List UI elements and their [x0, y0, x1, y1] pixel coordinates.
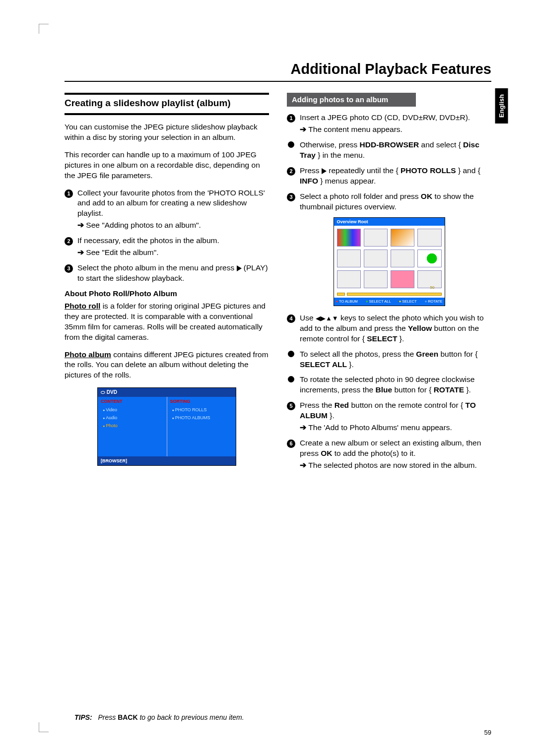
t: To select all the photos, press the	[300, 350, 416, 358]
step-number-icon: 6	[287, 440, 295, 448]
crop-mark-top	[39, 24, 49, 34]
t: SELECT ALL	[300, 360, 347, 369]
play-icon	[322, 168, 327, 174]
about-heading: About Photo Roll/Photo Album	[65, 289, 269, 299]
left-column: Creating a slideshow playlist (album) Yo…	[65, 93, 269, 476]
page-title: Additional Playback Features	[65, 60, 491, 82]
step-r3: 3 Select a photo roll folder and press O…	[287, 191, 491, 212]
step-r4b: To select all the photos, press the Gree…	[287, 349, 491, 370]
tips-label: TIPS:	[74, 713, 92, 721]
thumbnail	[337, 229, 361, 247]
t: HDD-BROWSER	[360, 140, 419, 149]
content-columns: Creating a slideshow playlist (album) Yo…	[65, 93, 491, 476]
browser-item: PHOTO ROLLS	[167, 406, 236, 414]
t: Press the	[300, 401, 335, 409]
step-number-icon: 2	[65, 237, 73, 246]
t: Green	[416, 350, 438, 358]
t: Yellow	[408, 324, 432, 332]
t: SELECT	[367, 334, 397, 343]
footer-select: SELECT	[399, 299, 417, 304]
step-r6: 6 Create a new album or select an existi…	[287, 438, 491, 471]
step-1-text: Collect your favourite photos from the '…	[77, 189, 265, 218]
step-r1-text: Insert a JPEG photo CD (CD, DVD±RW, DVD±…	[300, 113, 470, 122]
footer-rotate: ROTATE	[425, 299, 443, 304]
t: } and {	[456, 166, 480, 175]
step-3-text-a: Select the photo album in the menu and p…	[77, 263, 237, 272]
thumbnail	[417, 270, 441, 288]
footer-to-album: TO ALBUM	[336, 299, 358, 304]
page-number: 59	[484, 728, 491, 737]
overview-title: Overview Root	[334, 218, 445, 226]
step-r4c: To rotate the selected photo in 90 degre…	[287, 375, 491, 395]
thumbnail-grid	[334, 226, 445, 291]
step-r1: 1 Insert a JPEG photo CD (CD, DVD±RW, DV…	[287, 113, 491, 135]
step-3: 3 Select the photo album in the menu and…	[65, 263, 269, 284]
thumbnail	[417, 229, 441, 247]
step-r2: 2 Press repeatedly until the { PHOTO ROL…	[287, 166, 491, 187]
subsection-heading-adding: Adding photos to an album	[287, 93, 416, 107]
step-1: 1 Collect your favourite photos from the…	[65, 188, 269, 231]
step-number-icon: 1	[287, 114, 295, 123]
step-r5-sub: The 'Add to Photo Albums' menu appears.	[300, 423, 491, 433]
t: Red	[335, 401, 349, 409]
step-number-icon: 4	[287, 315, 295, 323]
step-r1b: Otherwise, press HDD-BROWSER and select …	[287, 140, 491, 161]
step-number-icon: 3	[65, 264, 73, 273]
browser-title: DVD	[98, 388, 236, 397]
t: }.	[328, 411, 335, 420]
browser-col2-head: SORTING	[167, 397, 236, 406]
photo-album-label: Photo album	[65, 350, 111, 359]
step-r4: 4 Use ◀▶▲▼ keys to select the photo whic…	[287, 313, 491, 344]
overview-screenshot: Overview Root 50 TO ALBUM SELECT ALL SEL…	[334, 217, 445, 306]
tips-text-a: Press	[98, 713, 118, 721]
browser-item: Video	[98, 406, 167, 414]
step-r5: 5 Press the Red button on the remote con…	[287, 400, 491, 433]
thumbnail	[364, 250, 388, 267]
step-number-icon: 2	[287, 167, 295, 176]
browser-footer: [BROWSER]	[98, 456, 236, 465]
section-heading-slideshow: Creating a slideshow playlist (album)	[65, 93, 269, 115]
photo-roll-label: Photo roll	[65, 302, 100, 310]
step-2-sub: See "Edit the album".	[77, 248, 269, 258]
t: and select {	[419, 140, 463, 149]
step-r6-sub: The selected photos are now stored in th…	[300, 460, 491, 471]
bullet-icon	[288, 376, 294, 382]
step-number-icon: 5	[287, 402, 295, 410]
t: } in the menu.	[316, 151, 365, 159]
footer-select-all: SELECT ALL	[366, 299, 391, 304]
t: Press	[300, 166, 322, 175]
overview-footer: TO ALBUM SELECT ALL SELECT ROTATE	[334, 298, 445, 306]
step-number-icon: 3	[287, 193, 295, 201]
t: repeatedly until the {	[327, 166, 401, 175]
thumbnail	[364, 229, 388, 247]
t: } menus appear.	[318, 177, 376, 185]
browser-col1-head: CONTENT	[98, 397, 167, 406]
t: }.	[347, 360, 354, 369]
t: }.	[397, 334, 404, 343]
step-number-icon: 1	[65, 189, 73, 198]
browser-screenshot: DVD CONTENT Video Audio Photo SORTING PH…	[97, 387, 236, 466]
nav-arrows-icon: ◀▶▲▼	[316, 315, 338, 322]
t: PHOTO ROLLS	[401, 166, 456, 175]
step-1-sub: See "Adding photos to an album".	[77, 220, 269, 231]
t: button for {	[438, 350, 477, 358]
play-icon	[237, 265, 242, 271]
tips-bold: BACK	[118, 713, 137, 721]
step-2: 2 If necessary, edit the photos in the a…	[65, 236, 269, 258]
browser-item: Audio	[98, 414, 167, 422]
bullet-icon	[288, 351, 294, 357]
t: Otherwise, press	[300, 140, 360, 149]
t: to add the photo(s) to it.	[332, 449, 415, 457]
step-r1-sub: The content menu appears.	[300, 125, 491, 135]
thumbnail	[364, 270, 388, 288]
browser-item-selected: Photo	[98, 422, 167, 430]
thumbnail	[391, 229, 414, 247]
about-photo-album: Photo album contains different JPEG pict…	[65, 350, 269, 381]
t: ROTATE	[434, 385, 464, 394]
intro-paragraph-2: This recorder can handle up to a maximum…	[65, 150, 269, 181]
t: button for {	[392, 385, 434, 394]
overview-progress	[334, 293, 445, 298]
step-2-text: If necessary, edit the photos in the alb…	[77, 236, 219, 245]
t: Select a photo roll folder and press	[300, 192, 421, 200]
thumbnail	[391, 270, 414, 288]
